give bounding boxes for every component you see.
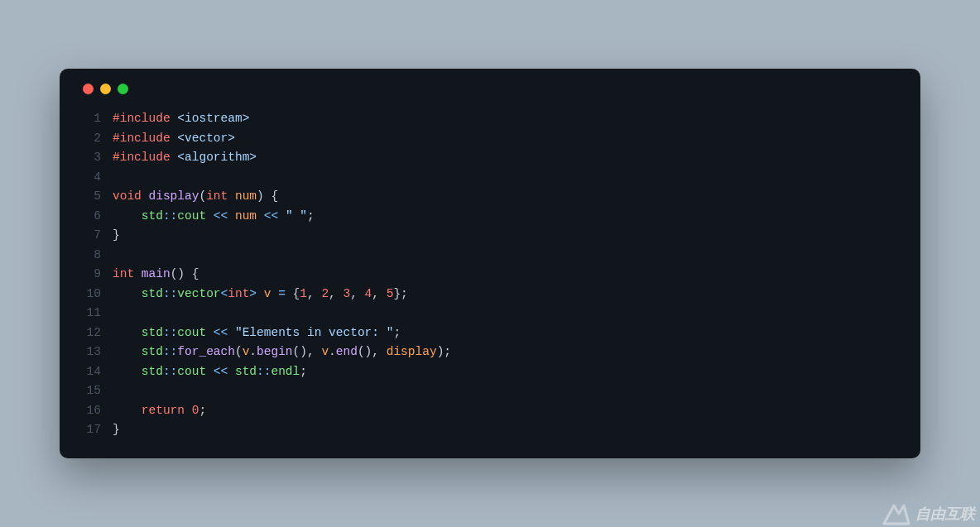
line-content: int main() { (113, 265, 199, 284)
line-number: 10 (78, 285, 101, 304)
line-content: std::cout << num << " "; (113, 207, 315, 226)
line-number: 14 (78, 362, 101, 381)
line-content: } (113, 226, 120, 245)
line-content: std::cout << "Elements in vector: "; (113, 323, 401, 343)
line-content: std::cout << std::endl; (113, 362, 307, 381)
code-line[interactable]: 8 (78, 246, 902, 265)
code-line[interactable]: 17} (78, 420, 902, 439)
watermark: 自由互联 (882, 502, 975, 525)
line-number: 16 (78, 401, 101, 420)
code-line[interactable]: 15 (78, 381, 902, 400)
line-number: 12 (78, 323, 101, 343)
code-line[interactable]: 13 std::for_each(v.begin(), v.end(), dis… (78, 343, 902, 362)
line-content: return 0; (113, 401, 206, 420)
line-number: 3 (78, 148, 101, 167)
code-editor[interactable]: 1#include <iostream>2#include <vector>3#… (78, 109, 902, 439)
code-line[interactable]: 9int main() { (78, 265, 902, 284)
line-number: 6 (78, 207, 101, 226)
line-content: std::for_each(v.begin(), v.end(), displa… (113, 343, 451, 362)
code-line[interactable]: 11 (78, 304, 902, 323)
watermark-logo-icon (882, 502, 910, 525)
line-content: void display(int num) { (113, 187, 278, 206)
code-line[interactable]: 3#include <algorithm> (78, 148, 902, 167)
line-number: 4 (78, 168, 101, 187)
close-icon[interactable] (83, 84, 94, 94)
window-controls (78, 84, 902, 109)
code-line[interactable]: 5void display(int num) { (78, 187, 902, 206)
line-number: 17 (78, 420, 101, 439)
line-number: 11 (78, 304, 101, 323)
line-content: std::vector<int> v = {1, 2, 3, 4, 5}; (113, 285, 408, 304)
code-line[interactable]: 6 std::cout << num << " "; (78, 207, 902, 226)
line-content: #include <iostream> (113, 109, 249, 128)
line-number: 2 (78, 129, 101, 148)
zoom-icon[interactable] (118, 84, 128, 94)
code-line[interactable]: 2#include <vector> (78, 129, 902, 148)
line-number: 13 (78, 343, 101, 362)
watermark-text: 自由互联 (915, 504, 975, 524)
minimize-icon[interactable] (100, 84, 111, 94)
line-number: 7 (78, 226, 101, 245)
code-line[interactable]: 1#include <iostream> (78, 109, 902, 128)
code-line[interactable]: 4 (78, 168, 902, 187)
code-window: 1#include <iostream>2#include <vector>3#… (60, 69, 920, 458)
line-content: #include <vector> (113, 129, 235, 148)
code-line[interactable]: 7} (78, 226, 902, 245)
line-number: 5 (78, 187, 101, 206)
code-line[interactable]: 10 std::vector<int> v = {1, 2, 3, 4, 5}; (78, 285, 902, 304)
line-number: 8 (78, 246, 101, 265)
line-number: 1 (78, 109, 101, 128)
line-number: 9 (78, 265, 101, 284)
code-line[interactable]: 12 std::cout << "Elements in vector: "; (78, 323, 902, 343)
line-content: } (113, 420, 120, 439)
line-number: 15 (78, 381, 101, 400)
code-line[interactable]: 14 std::cout << std::endl; (78, 362, 902, 381)
code-line[interactable]: 16 return 0; (78, 401, 902, 420)
line-content: #include <algorithm> (113, 148, 257, 167)
